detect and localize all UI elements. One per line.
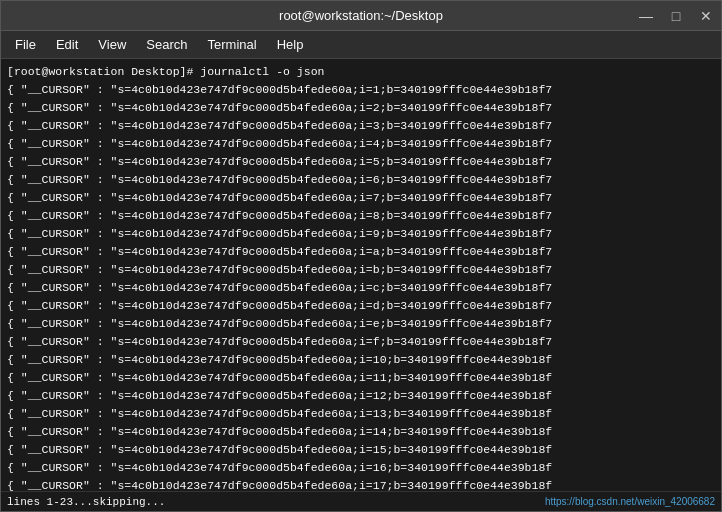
- terminal-line: { "__CURSOR" : "s=4c0b10d423e747df9c000d…: [7, 117, 715, 135]
- terminal-line: { "__CURSOR" : "s=4c0b10d423e747df9c000d…: [7, 387, 715, 405]
- window-title: root@workstation:~/Desktop: [279, 8, 443, 23]
- terminal-line: { "__CURSOR" : "s=4c0b10d423e747df9c000d…: [7, 279, 715, 297]
- menu-terminal[interactable]: Terminal: [198, 33, 267, 56]
- title-bar: root@workstation:~/Desktop — □ ✕: [1, 1, 721, 31]
- terminal-line: { "__CURSOR" : "s=4c0b10d423e747df9c000d…: [7, 315, 715, 333]
- terminal-line: { "__CURSOR" : "s=4c0b10d423e747df9c000d…: [7, 81, 715, 99]
- command-prompt: [root@workstation Desktop]# journalctl -…: [7, 63, 715, 81]
- terminal-output[interactable]: [root@workstation Desktop]# journalctl -…: [1, 59, 721, 491]
- terminal-line: { "__CURSOR" : "s=4c0b10d423e747df9c000d…: [7, 423, 715, 441]
- terminal-window: root@workstation:~/Desktop — □ ✕ File Ed…: [0, 0, 722, 512]
- close-button[interactable]: ✕: [691, 1, 721, 31]
- menu-search[interactable]: Search: [136, 33, 197, 56]
- status-text-right: https://blog.csdn.net/weixin_42006682: [545, 496, 715, 507]
- terminal-line: { "__CURSOR" : "s=4c0b10d423e747df9c000d…: [7, 243, 715, 261]
- terminal-line: { "__CURSOR" : "s=4c0b10d423e747df9c000d…: [7, 297, 715, 315]
- terminal-lines: { "__CURSOR" : "s=4c0b10d423e747df9c000d…: [7, 81, 715, 491]
- maximize-button[interactable]: □: [661, 1, 691, 31]
- status-bar: lines 1-23...skipping... https://blog.cs…: [1, 491, 721, 511]
- terminal-line: { "__CURSOR" : "s=4c0b10d423e747df9c000d…: [7, 459, 715, 477]
- terminal-line: { "__CURSOR" : "s=4c0b10d423e747df9c000d…: [7, 207, 715, 225]
- terminal-line: { "__CURSOR" : "s=4c0b10d423e747df9c000d…: [7, 99, 715, 117]
- window-controls: — □ ✕: [631, 1, 721, 31]
- terminal-line: { "__CURSOR" : "s=4c0b10d423e747df9c000d…: [7, 333, 715, 351]
- terminal-line: { "__CURSOR" : "s=4c0b10d423e747df9c000d…: [7, 477, 715, 491]
- menu-file[interactable]: File: [5, 33, 46, 56]
- terminal-line: { "__CURSOR" : "s=4c0b10d423e747df9c000d…: [7, 261, 715, 279]
- terminal-line: { "__CURSOR" : "s=4c0b10d423e747df9c000d…: [7, 405, 715, 423]
- terminal-line: { "__CURSOR" : "s=4c0b10d423e747df9c000d…: [7, 135, 715, 153]
- menu-help[interactable]: Help: [267, 33, 314, 56]
- menu-bar: File Edit View Search Terminal Help: [1, 31, 721, 59]
- terminal-line: { "__CURSOR" : "s=4c0b10d423e747df9c000d…: [7, 225, 715, 243]
- terminal-line: { "__CURSOR" : "s=4c0b10d423e747df9c000d…: [7, 153, 715, 171]
- terminal-line: { "__CURSOR" : "s=4c0b10d423e747df9c000d…: [7, 171, 715, 189]
- terminal-line: { "__CURSOR" : "s=4c0b10d423e747df9c000d…: [7, 351, 715, 369]
- terminal-line: { "__CURSOR" : "s=4c0b10d423e747df9c000d…: [7, 441, 715, 459]
- terminal-line: { "__CURSOR" : "s=4c0b10d423e747df9c000d…: [7, 189, 715, 207]
- status-text-left: lines 1-23...skipping...: [7, 496, 165, 508]
- terminal-line: { "__CURSOR" : "s=4c0b10d423e747df9c000d…: [7, 369, 715, 387]
- minimize-button[interactable]: —: [631, 1, 661, 31]
- menu-edit[interactable]: Edit: [46, 33, 88, 56]
- menu-view[interactable]: View: [88, 33, 136, 56]
